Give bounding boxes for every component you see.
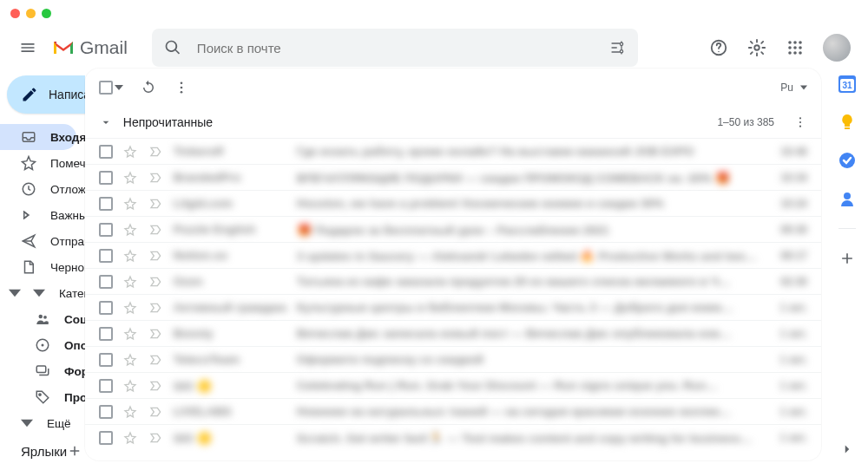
star-button[interactable] [123,327,137,341]
calendar-app-button[interactable]: 31 [838,75,856,93]
add-label-button[interactable] [67,443,82,459]
mail-checkbox[interactable] [99,431,113,445]
search-icon[interactable] [157,32,188,63]
sidebar-item-категории[interactable]: Категории [0,280,76,306]
important-button[interactable] [149,379,163,393]
sidebar-item-форумы[interactable]: Форумы4 [0,358,76,384]
important-button[interactable] [149,431,163,445]
svg-point-26 [799,117,801,119]
star-button[interactable] [123,301,137,315]
important-button[interactable] [149,197,163,211]
more-button[interactable] [174,80,189,95]
svg-point-12 [788,51,792,55]
sidebar-item-черновики[interactable]: Черновики [0,254,76,280]
close-dot[interactable] [10,9,20,18]
mail-row[interactable]: BrandedProВПЕЧАТЛЯЮЩИЕ ПОДАРКИ — скидки … [85,164,821,190]
mail-subject: Новинки на натуральных тканей — на сегод… [297,405,757,418]
important-button[interactable] [149,171,163,185]
bell-icon [35,337,50,353]
mail-checkbox[interactable] [99,249,113,263]
mail-checkbox[interactable] [99,223,113,237]
mail-checkbox[interactable] [99,379,113,393]
important-button[interactable] [149,405,163,419]
mail-checkbox[interactable] [99,353,113,367]
collapse-panel-button[interactable] [839,441,855,457]
help-button[interactable] [701,30,736,65]
label-item-важные сообщения[interactable]: Важные сообщения [0,466,76,467]
apps-button[interactable] [778,30,812,65]
star-button[interactable] [123,275,137,289]
important-button[interactable] [149,223,163,237]
hamburger-icon [19,39,36,56]
mail-row[interactable]: BoostyВячеслав Дмс записала новый пост —… [85,320,821,346]
addons-button[interactable] [838,250,856,267]
mail-row[interactable]: SIO 🟡Celebrating Run | Run. Grab Your Di… [85,372,821,398]
important-button[interactable] [149,145,163,159]
mail-row[interactable]: TelecoTeamОформите подписку со скидкой1 … [85,346,821,372]
mail-checkbox[interactable] [99,145,113,159]
mail-checkbox[interactable] [99,327,113,341]
mail-row[interactable]: LIVELABSНовинки на натуральных тканей — … [85,398,821,424]
sidebar-item-отложенные[interactable]: Отложенные [0,176,76,202]
important-button[interactable] [149,327,163,341]
mail-checkbox[interactable] [99,197,113,211]
sidebar-item-ещё[interactable]: Ещё [0,410,76,436]
svg-rect-32 [845,127,850,129]
star-button[interactable] [123,405,137,419]
input-indicator[interactable]: Pu [780,82,793,94]
star-button[interactable] [123,353,137,367]
contacts-app-button[interactable] [838,190,856,207]
settings-button[interactable] [740,30,774,65]
mail-row[interactable]: SIO 🟡Scratch. Get writer fast!🏃 — Tool m… [85,424,821,450]
search-input[interactable] [188,41,602,55]
search-options-icon[interactable] [602,32,633,63]
star-button[interactable] [123,223,137,237]
mail-row[interactable]: TinkeroffГде искать работу, кроме онлайн… [85,138,821,164]
mail-row[interactable]: OzonТатьяна из кафе заказала продуктов 2… [85,268,821,294]
tasks-app-button[interactable] [838,152,856,169]
inbox-icon [21,129,36,145]
main-menu-button[interactable] [10,30,45,65]
mail-checkbox[interactable] [99,275,113,289]
star-button[interactable] [123,145,137,159]
search-box[interactable] [152,29,638,67]
sidebar-item-отправленные[interactable]: Отправленные [0,228,76,254]
mail-row[interactable]: Litgid.comHouston, we have a problem! Ко… [85,190,821,216]
sidebar-item-промоакции[interactable]: Промоакции177 [0,384,76,410]
sidebar-item-оповещения[interactable]: Оповещения197 [0,332,76,358]
help-icon [709,38,728,57]
star-button[interactable] [123,171,137,185]
minimize-dot[interactable] [26,9,36,18]
side-panel: 31 [826,69,868,467]
sidebar-item-входящие[interactable]: Входящие385 [0,124,76,150]
star-button[interactable] [123,197,137,211]
keep-app-button[interactable] [838,114,856,131]
mail-checkbox[interactable] [99,301,113,315]
star-button[interactable] [123,431,137,445]
star-button[interactable] [123,379,137,393]
account-avatar[interactable] [823,34,851,62]
important-button[interactable] [149,275,163,289]
sidebar-item-важные[interactable]: Важные [0,202,76,228]
important-button[interactable] [149,301,163,315]
mail-checkbox[interactable] [99,405,113,419]
refresh-button[interactable] [141,80,156,95]
important-icon [149,171,163,185]
gmail-logo[interactable]: Gmail [52,37,145,58]
maximize-dot[interactable] [42,9,51,18]
sidebar-item-соцсети[interactable]: Соцсети26 [0,306,76,332]
compose-button[interactable]: Написать [7,75,85,114]
mail-row[interactable]: Активный гражданинКультурные центры и би… [85,294,821,320]
section-more-button[interactable] [793,115,807,129]
mail-sender: Ozon [174,275,286,288]
important-button[interactable] [149,353,163,367]
sidebar-item-помеченные[interactable]: Помеченные [0,150,76,176]
mail-checkbox[interactable] [99,171,113,185]
star-button[interactable] [123,249,137,263]
mail-row[interactable]: Notion.so3 updates in Saucery — Aleksand… [85,242,821,268]
important-button[interactable] [149,249,163,263]
mail-row[interactable]: Puzzle English🎁 Подарок за бесплатный ур… [85,216,821,242]
header: Gmail [0,27,868,69]
select-all-checkbox[interactable] [99,81,123,95]
section-unread-header[interactable]: Непрочитанные 1–50 из 385 [85,107,821,138]
